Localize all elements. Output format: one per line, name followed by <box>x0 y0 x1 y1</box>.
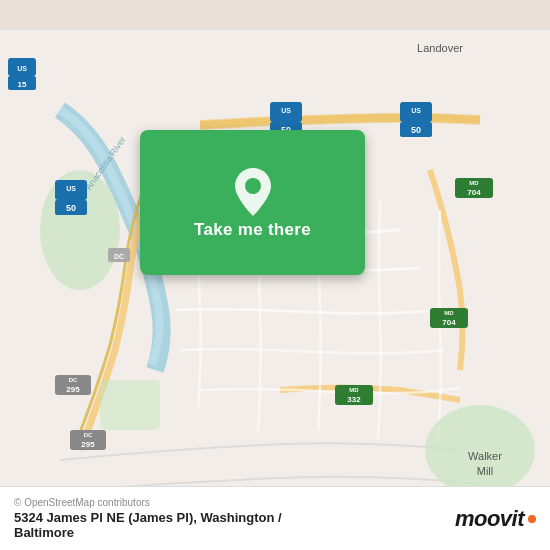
moovit-dot <box>528 515 536 523</box>
svg-text:295: 295 <box>81 440 95 449</box>
svg-text:MD: MD <box>469 180 479 186</box>
svg-text:DC: DC <box>84 432 93 438</box>
svg-text:332: 332 <box>347 395 361 404</box>
svg-text:295: 295 <box>66 385 80 394</box>
svg-text:Mill: Mill <box>477 465 494 477</box>
address-line: 5324 James Pl NE (James Pl), Washington … <box>14 510 282 525</box>
location-card: Take me there <box>140 130 365 275</box>
svg-text:704: 704 <box>467 188 481 197</box>
svg-text:704: 704 <box>442 318 456 327</box>
svg-text:DC: DC <box>114 253 124 260</box>
svg-text:DC: DC <box>69 377 78 383</box>
svg-text:MD: MD <box>444 310 454 316</box>
bottom-info: © OpenStreetMap contributors 5324 James … <box>14 497 282 540</box>
take-me-there-button[interactable]: Take me there <box>194 220 311 240</box>
svg-text:Walker: Walker <box>468 450 502 462</box>
svg-text:US: US <box>281 107 291 114</box>
svg-text:Landover: Landover <box>417 42 463 54</box>
svg-text:50: 50 <box>411 125 421 135</box>
map-background: US 15 US 50 US 50 DC DC 295 DC 295 MD 70… <box>0 0 550 550</box>
moovit-brand-text: moovit <box>455 506 524 532</box>
svg-text:US: US <box>17 65 27 72</box>
city-line: Baltimore <box>14 525 282 540</box>
bottom-bar: © OpenStreetMap contributors 5324 James … <box>0 486 550 550</box>
svg-text:US: US <box>66 185 76 192</box>
svg-text:US: US <box>411 107 421 114</box>
location-pin-icon <box>231 166 275 210</box>
svg-text:50: 50 <box>66 203 76 213</box>
svg-point-41 <box>245 178 261 194</box>
copyright-text: © OpenStreetMap contributors <box>14 497 282 508</box>
svg-rect-3 <box>100 380 160 430</box>
moovit-logo: moovit <box>455 506 536 532</box>
svg-text:15: 15 <box>18 80 27 89</box>
svg-text:MD: MD <box>349 387 359 393</box>
map-container: US 15 US 50 US 50 DC DC 295 DC 295 MD 70… <box>0 0 550 550</box>
